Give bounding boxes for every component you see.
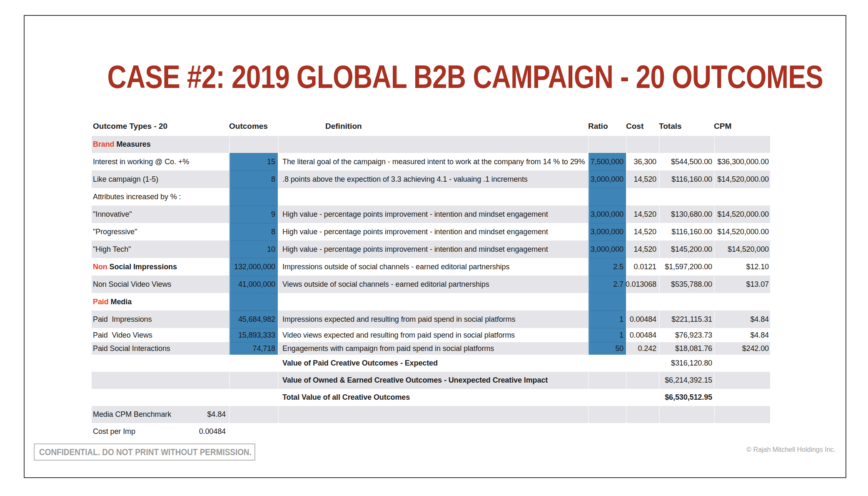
definition-cell: High value - percentage points improveme… [278, 205, 588, 223]
outcomes-cell [229, 423, 278, 440]
cpm-cell [714, 136, 770, 153]
ratio-cell [588, 389, 626, 406]
definition-cell: Views outside of social channels - earne… [278, 276, 588, 293]
table-row: Attributes increased by % : [92, 188, 770, 205]
definition-cell: The literal goal of the campaign - measu… [278, 153, 588, 170]
row-label-cell: Media CPM Benchmark$4.84 [92, 406, 229, 423]
row-label-cell: Paid Impressions [92, 311, 229, 328]
cost-cell: 0.00484 [626, 328, 659, 342]
page-title: CASE #2: 2019 GLOBAL B2B CAMPAIGN - 20 O… [62, 57, 868, 97]
outcomes-cell: 15,893,333 [229, 328, 278, 342]
definition-cell [278, 423, 588, 440]
cpm-cell: $12.10 [714, 258, 770, 276]
totals-cell [659, 136, 714, 153]
row-label-cell: Paid Video Views [92, 328, 229, 342]
confidential-notice: CONFIDENTIAL. DO NOT PRINT WITHOUT PERMI… [34, 443, 255, 461]
totals-cell: $544,500.00 [659, 153, 714, 170]
definition-cell: Impressions outside of social channels -… [278, 258, 588, 276]
row-label-cell: Like campaign (1-5) [92, 170, 229, 188]
cpm-cell [714, 355, 770, 372]
totals-cell: $116,160.00 [659, 170, 714, 188]
outcomes-cell: 45,684,982 [229, 311, 278, 328]
row-label: Media [109, 298, 132, 306]
table-body: Brand MeasuresInterest in working @ Co. … [92, 136, 770, 440]
row-label-accent: Non [93, 263, 107, 271]
ratio-cell: 7,500,000 [588, 153, 626, 170]
cost-cell [626, 355, 659, 372]
row-label-accent: Brand [93, 140, 115, 149]
totals-cell: $1,597,200.00 [659, 258, 714, 276]
outcomes-cell [229, 372, 278, 389]
cpm-cell: $13.07 [714, 276, 770, 293]
totals-cell [659, 406, 714, 423]
table-row: Non Social Video Views41,000,000Views ou… [92, 276, 770, 293]
outcomes-cell [229, 188, 278, 205]
ratio-cell: 3,000,000 [588, 223, 626, 240]
cpm-cell: $4.84 [714, 328, 770, 342]
cost-cell: 14,520 [626, 240, 659, 258]
row-label-accent: Paid [93, 298, 109, 306]
table-row: "Innovative"9High value - percentage poi… [92, 205, 770, 223]
cost-cell: 14,520 [626, 223, 659, 240]
ratio-cell: 2.5 [588, 258, 626, 276]
row-label-cell: Paid Social Interactions [92, 342, 229, 355]
definition-cell: High value - percentage points improveme… [278, 223, 588, 240]
ratio-cell [588, 188, 626, 205]
row-label: "Innovative" [93, 210, 132, 219]
cost-cell: 0.242 [626, 342, 659, 355]
totals-cell: $145,200.00 [659, 240, 714, 258]
table-row: Total Value of all Creative Outcomes$6,5… [92, 389, 770, 406]
definition-cell: Impressions expected and resulting from … [278, 311, 588, 328]
page-title-text: CASE #2: 2019 GLOBAL B2B CAMPAIGN - 20 O… [107, 58, 823, 96]
totals-cell: $130,680.00 [659, 205, 714, 223]
outcomes-cell: 8 [229, 223, 278, 240]
cpm-cell: $14,520,000.00 [714, 170, 770, 188]
cost-cell [626, 372, 659, 389]
definition-cell: Total Value of all Creative Outcomes [278, 389, 588, 406]
definition-cell [278, 293, 588, 311]
ratio-cell [588, 136, 626, 153]
definition-cell: Video views expected and resulting from … [278, 328, 588, 342]
benchmark-value: $4.84 [207, 410, 226, 419]
ratio-cell [588, 372, 626, 389]
header-ratio: Ratio [588, 122, 626, 131]
outcomes-cell: 41,000,000 [229, 276, 278, 293]
header-outcome-types: Outcome Types - 20 [92, 122, 229, 131]
row-label: "High Tech" [93, 245, 131, 254]
table-row: Value of Paid Creative Outcomes - Expect… [92, 355, 770, 372]
row-label-cell: "High Tech" [92, 240, 229, 258]
header-outcomes: Outcomes [229, 122, 278, 131]
table-row: Paid Media [92, 293, 770, 311]
row-label-cell: Non Social Impressions [92, 258, 229, 276]
ratio-cell [588, 423, 626, 440]
outcomes-cell [229, 355, 278, 372]
row-label: Social Impressions [107, 263, 177, 271]
ratio-cell: 3,000,000 [588, 170, 626, 188]
ratio-cell: 3,000,000 [588, 205, 626, 223]
definition-cell: High value - percentage points improveme… [278, 240, 588, 258]
cost-cell: 0.013068 [626, 276, 659, 293]
cost-cell: 0.00484 [626, 311, 659, 328]
header-totals: Totals [659, 122, 714, 131]
totals-cell: $316,120.80 [659, 355, 714, 372]
cpm-cell [714, 293, 770, 311]
outcomes-cell: 74,718 [229, 342, 278, 355]
table-row: Media CPM Benchmark$4.84 [92, 406, 770, 423]
ratio-cell: 3,000,000 [588, 240, 626, 258]
cost-cell: 0.0121 [626, 258, 659, 276]
cost-cell: 14,520 [626, 205, 659, 223]
totals-cell: $18,081.76 [659, 342, 714, 355]
row-label: "Progressive" [93, 228, 137, 236]
totals-cell: $116,160.00 [659, 223, 714, 240]
cost-cell [626, 423, 659, 440]
ratio-cell: 1 [588, 328, 626, 342]
outcomes-cell [229, 406, 278, 423]
table-row: Cost per Imp0.00484 [92, 423, 770, 440]
cost-cell [626, 188, 659, 205]
benchmark-value: 0.00484 [199, 427, 226, 436]
outcomes-cell: 132,000,000 [229, 258, 278, 276]
table-row: Value of Owned & Earned Creative Outcome… [92, 372, 770, 389]
cpm-cell [714, 188, 770, 205]
cpm-cell: $4.84 [714, 311, 770, 328]
definition-cell [278, 136, 588, 153]
